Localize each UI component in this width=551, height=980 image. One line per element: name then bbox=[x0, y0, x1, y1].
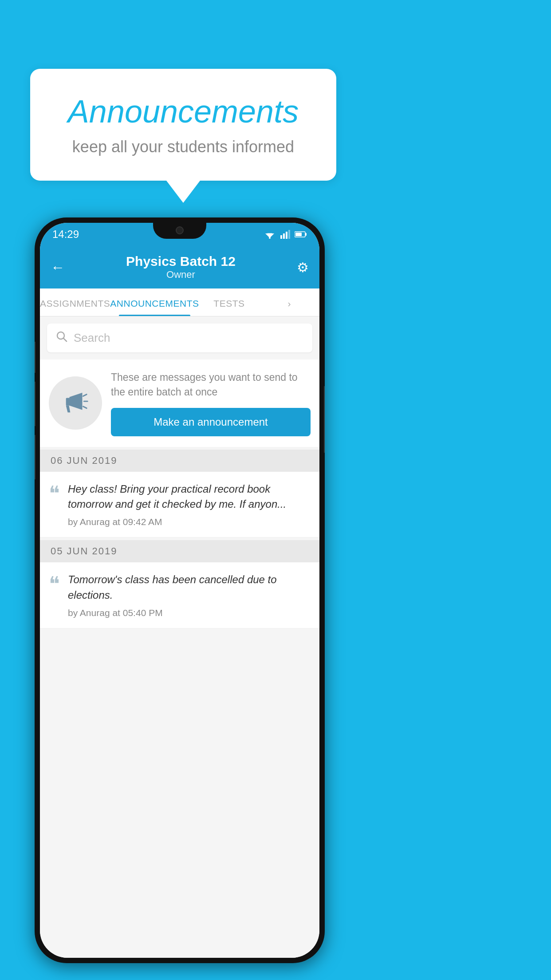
search-icon bbox=[56, 331, 67, 345]
announcement-meta-0: by Anurag at 09:42 AM bbox=[68, 517, 311, 527]
announcement-icon-circle bbox=[49, 376, 102, 430]
speech-bubble-arrow bbox=[166, 181, 200, 203]
tabs-bar: ASSIGNMENTS ANNOUNCEMENTS TESTS › bbox=[40, 288, 319, 316]
svg-rect-8 bbox=[305, 233, 307, 236]
svg-rect-6 bbox=[288, 230, 290, 239]
svg-line-13 bbox=[83, 395, 87, 396]
announcement-info: These are messages you want to send to t… bbox=[111, 370, 311, 436]
announcement-message-1: Tomorrow's class has been cancelled due … bbox=[68, 572, 311, 603]
battery-icon bbox=[295, 231, 307, 238]
speech-bubble-title: Announcements bbox=[52, 93, 314, 130]
date-separator-jun6: 06 JUN 2019 bbox=[40, 450, 319, 472]
phone-inner: 14:29 bbox=[40, 223, 319, 958]
tab-tests[interactable]: TESTS bbox=[199, 288, 260, 316]
side-button-power bbox=[324, 386, 325, 453]
wifi-icon bbox=[264, 230, 276, 239]
svg-line-15 bbox=[83, 407, 87, 408]
notch bbox=[153, 223, 206, 239]
side-button-volume-down2 bbox=[35, 435, 35, 479]
tab-announcements[interactable]: ANNOUNCEMENTS bbox=[110, 288, 199, 316]
make-announcement-button[interactable]: Make an announcement bbox=[111, 408, 311, 436]
speech-bubble: Announcements keep all your students inf… bbox=[30, 69, 336, 181]
svg-point-2 bbox=[269, 237, 271, 239]
side-button-volume-up bbox=[35, 342, 35, 373]
svg-rect-5 bbox=[286, 232, 287, 239]
announcement-text-group-1: Tomorrow's class has been cancelled due … bbox=[68, 572, 311, 618]
tab-more[interactable]: › bbox=[259, 288, 319, 316]
announcement-prompt-card: These are messages you want to send to t… bbox=[40, 360, 319, 447]
quote-icon: ❝ bbox=[49, 483, 60, 504]
quote-icon-2: ❝ bbox=[49, 574, 60, 594]
announcement-item-0[interactable]: ❝ Hey class! Bring your practical record… bbox=[40, 472, 319, 538]
search-bar[interactable]: Search bbox=[47, 324, 312, 352]
svg-rect-9 bbox=[295, 233, 302, 236]
header-title-group: Physics Batch 12 Owner bbox=[65, 254, 297, 281]
content-area: Search Thes bbox=[40, 316, 319, 958]
date-separator-jun5: 05 JUN 2019 bbox=[40, 540, 319, 562]
app-header: ← Physics Batch 12 Owner ⚙ bbox=[40, 246, 319, 288]
announcement-item-1[interactable]: ❝ Tomorrow's class has been cancelled du… bbox=[40, 562, 319, 628]
announcement-description: These are messages you want to send to t… bbox=[111, 370, 311, 400]
user-role: Owner bbox=[65, 269, 297, 281]
front-camera bbox=[176, 226, 184, 234]
side-button-volume-down bbox=[35, 382, 35, 426]
search-placeholder: Search bbox=[74, 331, 110, 345]
tab-assignments[interactable]: ASSIGNMENTS bbox=[40, 288, 110, 316]
phone-screen: 14:29 bbox=[40, 223, 319, 958]
svg-line-11 bbox=[63, 338, 67, 341]
speech-bubble-subtitle: keep all your students informed bbox=[52, 138, 314, 156]
signal-icon bbox=[280, 230, 290, 239]
phone-frame: 14:29 bbox=[35, 217, 325, 963]
announcement-meta-1: by Anurag at 05:40 PM bbox=[68, 608, 311, 618]
status-bar: 14:29 bbox=[40, 223, 319, 246]
announcement-message-0: Hey class! Bring your practical record b… bbox=[68, 482, 311, 513]
status-icons bbox=[264, 230, 307, 239]
announcement-text-group: Hey class! Bring your practical record b… bbox=[68, 482, 311, 528]
status-time: 14:29 bbox=[52, 228, 79, 241]
megaphone-icon bbox=[62, 389, 89, 417]
speech-bubble-container: Announcements keep all your students inf… bbox=[30, 69, 336, 203]
settings-icon[interactable]: ⚙ bbox=[297, 260, 309, 275]
svg-rect-3 bbox=[280, 235, 282, 239]
svg-rect-4 bbox=[283, 233, 285, 239]
back-button[interactable]: ← bbox=[51, 259, 65, 276]
batch-title: Physics Batch 12 bbox=[65, 254, 297, 269]
svg-rect-12 bbox=[66, 398, 71, 406]
